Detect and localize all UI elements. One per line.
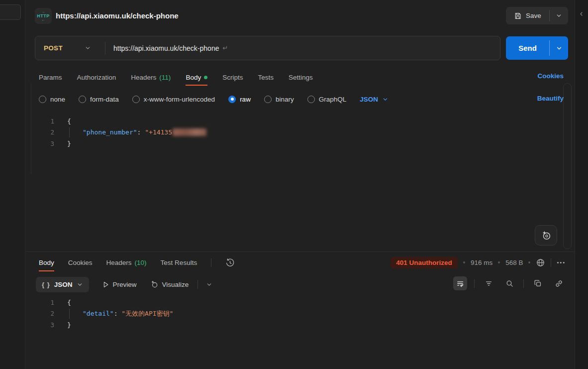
request-panel: → HTTP ← https://api.xiaomu.uk/check-pho… [26,0,575,369]
search-button[interactable] [502,276,516,290]
response-view-dropdown[interactable] [197,280,212,289]
more-actions-button[interactable]: ••• [557,259,566,265]
code-line: 3 } [26,138,575,149]
copy-icon [534,279,542,288]
response-time: 916 ms [471,259,492,266]
preview-button[interactable]: Preview [102,281,137,288]
request-title: https://api.xiaomu.uk/check-phone [56,11,179,20]
tab-test-results[interactable]: Test Results [161,253,197,271]
line-number: 2 [26,128,54,136]
code-line: 3 } [26,319,575,331]
status-badge: 401 Unauthorized [391,257,458,268]
body-type-urlencoded[interactable]: x-www-form-urlencoded [132,96,215,103]
divider [474,279,475,288]
request-body-editor[interactable]: 1 { 2 "phone_number" : "+14135 3 } [26,116,575,251]
response-headers-count-badge: (10) [135,259,147,266]
body-type-none[interactable]: none [39,96,65,103]
postbot-button[interactable] [535,225,557,246]
method-select[interactable]: POST [35,44,105,52]
tab-authorization[interactable]: Authorization [77,69,116,86]
chevron-down-icon [85,45,91,51]
divider [551,258,551,267]
code-line: 1 { [26,297,575,308]
request-tabs: Params Authorization Headers (11) Body S… [26,69,575,86]
tab-response-body[interactable]: Body [39,253,54,271]
modified-dot-icon [204,76,207,79]
response-format-select[interactable]: { } JSON [36,277,89,292]
response-status-bar: 401 Unauthorized 916 ms 568 B ••• [391,253,566,272]
visualize-button[interactable]: Visualize [150,280,189,289]
left-sidebar-rail [0,0,25,369]
line-number: 3 [26,321,54,329]
tab-headers[interactable]: Headers (11) [131,69,171,86]
body-type-binary[interactable]: binary [264,96,294,103]
code-line: 1 { [26,116,575,127]
json-value: "+14135 [145,128,172,136]
tab-response-cookies[interactable]: Cookies [68,253,93,271]
cookies-link[interactable]: Cookies [537,72,564,80]
divider [523,279,524,288]
language-select[interactable]: JSON [360,96,389,103]
response-body-viewer[interactable]: 1 { 2 "detail" : "无效的API密钥" 3 } [26,297,575,367]
tab-settings[interactable]: Settings [289,69,313,86]
send-label: Send [518,44,537,52]
response-tabs: Body Cookies Headers (10) Test Results 4… [26,253,575,272]
json-value: "无效的API密钥" [121,309,173,318]
link-button[interactable] [552,276,566,290]
url-text: https://api.xiaomu.uk/check-phone [113,44,219,52]
save-button-group: Save [506,7,568,24]
network-info-button[interactable] [536,258,545,267]
code-line: 2 "detail" : "无效的API密钥" [26,308,575,320]
body-type-form-data[interactable]: form-data [79,96,119,103]
body-type-graphql[interactable]: GraphQL [307,96,347,103]
radio-icon [39,96,46,103]
tab-tests[interactable]: Tests [258,69,274,86]
postbot-sparkle-icon [541,230,552,241]
tab-scripts[interactable]: Scripts [222,69,243,86]
pane-divider[interactable] [26,251,575,252]
beautify-link[interactable]: Beautify [537,95,564,102]
history-clock-icon [225,258,235,267]
response-tools [453,276,566,290]
visualize-sparkle-icon [150,280,159,289]
body-type-raw[interactable]: raw [228,96,251,103]
play-icon [102,281,109,288]
filter-button[interactable] [482,276,495,290]
method-label: POST [44,44,63,52]
copy-button[interactable] [531,276,545,290]
save-button[interactable]: Save [506,7,549,24]
wrap-text-button[interactable] [453,276,467,290]
response-history-button[interactable] [225,258,235,267]
radio-icon [132,96,140,103]
json-key: "phone_number" [83,128,137,136]
collapse-panel-icon[interactable] [579,11,585,17]
send-button-group: Send [506,36,568,60]
dot-separator [528,261,530,263]
response-size: 568 B [505,259,523,266]
chevron-down-icon [556,12,562,19]
globe-icon [536,258,545,267]
save-dropdown-button[interactable] [550,7,568,24]
radio-selected-icon [228,96,236,103]
tab-body[interactable]: Body [186,69,207,86]
url-input[interactable]: https://api.xiaomu.uk/check-phone ↵ [105,44,500,52]
headers-count-badge: (11) [159,74,171,81]
chevron-down-icon [556,45,563,52]
dot-separator [498,261,500,263]
save-icon [514,12,522,20]
line-number: 1 [26,118,54,125]
filter-icon [485,279,493,288]
sidebar-collapsed-item[interactable] [0,4,21,20]
line-number: 1 [26,299,54,306]
send-button[interactable]: Send [506,36,549,60]
request-header: → HTTP ← https://api.xiaomu.uk/check-pho… [26,4,575,28]
link-icon [555,279,563,288]
editor-scrollbar[interactable] [563,83,572,249]
divider [211,258,211,267]
http-request-icon: → HTTP ← [35,8,52,24]
save-label: Save [526,12,541,19]
send-dropdown-button[interactable] [550,36,568,60]
indent-guide [67,127,83,138]
tab-response-headers[interactable]: Headers (10) [106,253,147,271]
tab-params[interactable]: Params [39,69,62,86]
